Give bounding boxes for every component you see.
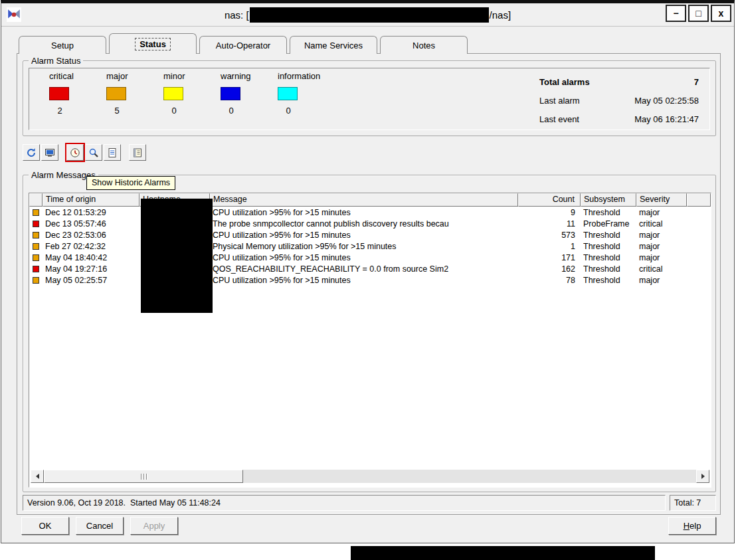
window-title: nas: [ /nas]	[1, 3, 734, 27]
titlebar[interactable]: nas: [ /nas] − □ x	[1, 3, 734, 27]
right-arrow-icon	[701, 474, 705, 479]
tab-label: Auto-Operator	[211, 39, 275, 52]
alarm-row[interactable]: May 05 02:25:57CPU utilization >95% for …	[29, 274, 711, 286]
alarm-subsystem: Threshold	[581, 242, 636, 251]
column-header-message[interactable]: Message	[210, 193, 518, 207]
alarm-row[interactable]: May 04 18:40:42CPU utilization >95% for …	[29, 252, 711, 263]
alarm-severity: major	[636, 253, 687, 262]
alarm-subsystem: Threshold	[581, 264, 636, 274]
total-alarms-row: Total alarms 7	[539, 72, 699, 91]
severity-label: major	[106, 71, 163, 83]
severity-swatch-cell	[29, 209, 43, 216]
refresh-button[interactable]	[23, 144, 40, 161]
alarm-count: 11	[518, 219, 581, 229]
alarm-row[interactable]: May 04 19:27:16QOS_REACHABILITY_REACHABI…	[29, 263, 711, 274]
column-header-severity[interactable]: Severity	[636, 193, 687, 207]
screenshot-stage: nas: [ /nas] − □ x SetupStatusAuto-Opera…	[0, 0, 736, 560]
tab-name-services[interactable]: Name Services	[290, 36, 377, 54]
tab-label: Name Services	[300, 39, 367, 52]
severity-swatch	[33, 254, 39, 261]
alarm-time: Feb 27 02:42:32	[43, 242, 139, 251]
severity-swatch-cell	[29, 277, 43, 284]
alarm-time: Dec 13 05:57:46	[43, 219, 139, 229]
severity-color-box	[278, 87, 298, 100]
tab-auto-operator[interactable]: Auto-Operator	[199, 36, 287, 54]
tab-label: Status	[135, 38, 171, 50]
severity-color-box	[163, 87, 183, 100]
historic-alarms-icon	[70, 147, 80, 158]
properties-button[interactable]	[129, 144, 146, 161]
window-title-prefix: nas: [	[225, 9, 249, 21]
help-button[interactable]: Help	[668, 517, 716, 535]
alarm-table-header: Time of originHostnameMessageCountSubsys…	[29, 193, 711, 207]
tab-notes[interactable]: Notes	[380, 36, 468, 54]
window-title-suffix: /nas]	[490, 9, 511, 21]
tab-label: Notes	[408, 39, 440, 52]
severity-label: critical	[49, 71, 106, 83]
alarm-message: CPU utilization >95% for >15 minutes	[210, 208, 518, 217]
severity-color-box	[49, 87, 69, 100]
tab-status[interactable]: Status	[109, 33, 197, 54]
scrollbar-thumb[interactable]	[44, 470, 243, 483]
last-alarm-value: May 05 02:25:58	[634, 96, 699, 106]
severity-count: 0	[221, 106, 242, 116]
column-header-count[interactable]: Count	[518, 193, 581, 207]
console-button[interactable]	[41, 144, 58, 161]
alarm-severity: major	[636, 208, 687, 217]
total-alarms-value: 7	[694, 77, 699, 87]
alarm-row[interactable]: Dec 13 05:57:46The probe snmpcollector c…	[29, 218, 711, 229]
refresh-icon	[26, 147, 37, 158]
alarm-count: 171	[518, 253, 581, 262]
scroll-right-button[interactable]	[696, 470, 709, 483]
column-header-severity-color[interactable]	[29, 193, 43, 207]
severity-summary: critical2major5minor0warning0information…	[49, 71, 335, 116]
severity-swatch	[33, 209, 39, 216]
close-button[interactable]: x	[711, 5, 731, 22]
severity-warning: warning0	[221, 71, 278, 116]
alarm-severity: major	[636, 242, 687, 251]
thumb-grip-icon	[141, 474, 141, 480]
alarm-message: The probe snmpcollector cannot publish d…	[210, 219, 518, 229]
alarm-count: 78	[518, 276, 581, 285]
alarm-row[interactable]: Dec 23 02:53:06CPU utilization >95% for …	[29, 229, 711, 240]
severity-label: minor	[163, 71, 221, 83]
scrollbar-track[interactable]	[243, 470, 696, 483]
alarm-row[interactable]: Feb 27 02:42:32Physical Memory utilizati…	[29, 240, 711, 252]
minimize-button[interactable]: −	[666, 5, 686, 22]
tab-strip: SetupStatusAuto-OperatorName ServicesNot…	[19, 33, 470, 54]
thumb-grip-icon	[146, 474, 147, 480]
show-historic-alarms-button[interactable]	[66, 144, 84, 161]
alarm-totals: Total alarms 7 Last alarm May 05 02:25:5…	[539, 72, 699, 128]
last-alarm-label: Last alarm	[539, 96, 580, 106]
left-arrow-icon	[36, 474, 39, 479]
ok-button[interactable]: OK	[21, 517, 69, 535]
alarm-time: May 04 18:40:42	[43, 253, 139, 262]
column-header-time-of-origin[interactable]: Time of origin	[43, 193, 139, 207]
find-alarm-button[interactable]	[85, 144, 102, 161]
column-header-subsystem[interactable]: Subsystem	[581, 193, 636, 207]
redaction-box-title	[250, 7, 489, 23]
alarm-subsystem: Threshold	[581, 253, 636, 262]
maximize-button[interactable]: □	[688, 5, 709, 22]
alarm-table: Time of originHostnameMessageCountSubsys…	[29, 193, 711, 488]
cancel-button[interactable]: Cancel	[76, 517, 124, 535]
alarm-message: CPU utilization >95% for >15 minutes	[210, 231, 518, 240]
tab-page-status: Alarm Status critical2major5minor0warnin…	[17, 53, 721, 515]
severity-major: major5	[106, 71, 163, 116]
severity-swatch-cell	[29, 243, 43, 250]
alarm-subsystem: ProbeFrame	[581, 219, 636, 229]
alarm-count: 1	[518, 242, 581, 251]
alarm-row[interactable]: Dec 12 01:53:29CPU utilization >95% for …	[29, 207, 711, 218]
column-header-filler	[687, 193, 711, 207]
redaction-box-bottom	[351, 546, 655, 560]
properties-icon	[132, 147, 143, 158]
alarm-message: QOS_REACHABILITY_REACHABILITY = 0.0 from…	[210, 264, 518, 274]
scroll-left-button[interactable]	[31, 470, 44, 483]
last-event-row: Last event May 06 16:21:47	[539, 110, 699, 128]
severity-color-box	[106, 87, 126, 100]
statusbar-version: Version 9.06, Oct 19 2018. Started May 0…	[23, 495, 666, 511]
tab-setup[interactable]: Setup	[19, 36, 106, 54]
horizontal-scrollbar[interactable]	[31, 470, 709, 483]
alarm-severity: critical	[636, 264, 687, 274]
report-button[interactable]	[104, 144, 121, 161]
